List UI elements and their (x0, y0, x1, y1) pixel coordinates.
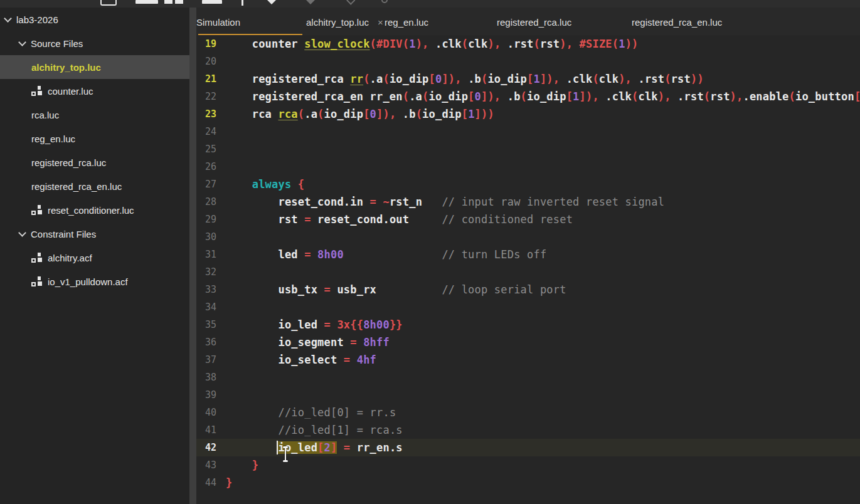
code-line-28[interactable]: 28 reset_cond.in = ~rst_n // input raw i… (196, 193, 860, 211)
code-line-36[interactable]: 36 io_segment = 8hff (196, 333, 860, 351)
code-line-25[interactable]: 25 (196, 140, 860, 158)
chevron-down-icon[interactable] (18, 229, 26, 237)
code-line-43[interactable]: 43 } (196, 456, 860, 474)
component-blocks-icon (31, 205, 42, 216)
code-text: io_led = 3x{{8h00}} (226, 318, 403, 331)
code-text: usb_tx = usb_rx // loop serial port (226, 283, 566, 296)
code-line-23[interactable]: 23 rca rca(.a(io_dip[0]), .b(io_dip[1])) (196, 105, 860, 123)
tree-item-registered-rca-en-luc[interactable]: registered_rca_en.luc (0, 174, 189, 198)
token: .rst (638, 73, 664, 85)
chevron-down-icon[interactable] (4, 14, 12, 23)
token: ) (416, 38, 422, 50)
tab-registered-rca-luc[interactable]: registered_rca.luc (497, 8, 571, 36)
code-line-27[interactable]: 27 always { (196, 176, 860, 193)
code-line-40[interactable]: 40 //io_led[0] = rr.s (196, 404, 860, 421)
tree-item-counter-luc[interactable]: counter.luc (0, 79, 189, 103)
toolbar-chevron-icon[interactable] (346, 0, 355, 5)
code-text: counter slow_clock(#DIV(1), .clk(clk), .… (226, 38, 639, 50)
token: io_dip (390, 73, 429, 85)
code-line-41[interactable]: 41 //io_led[1] = rca.s (196, 421, 860, 439)
code-line-29[interactable]: 29 rst = reset_cond.out // conditioned r… (196, 211, 860, 228)
line-number: 29 (196, 214, 226, 225)
tab-simulation[interactable]: Simulation (196, 8, 240, 36)
token: .clk (435, 38, 462, 50)
code-line-20[interactable]: 20 (196, 53, 860, 70)
code-line-24[interactable]: 24 (196, 123, 860, 140)
tab-reg-en-luc[interactable]: reg_en.luc (385, 8, 428, 36)
token: = (304, 213, 317, 226)
token (226, 406, 278, 419)
token: ] (481, 90, 487, 103)
code-line-21[interactable]: 21 registered_rca rr(.a(io_dip[0]), .b(i… (196, 70, 860, 88)
tree-item-reg-en-luc[interactable]: reg_en.luc (0, 127, 189, 150)
toolbar-bar2-icon[interactable] (202, 0, 222, 4)
code-line-44[interactable]: 44} (196, 474, 860, 491)
code-line-32[interactable]: 32 (196, 263, 860, 281)
token: clk (599, 73, 618, 85)
token: ( (317, 108, 324, 120)
token: rca (226, 108, 278, 120)
token: = (344, 354, 357, 366)
line-number: 36 (196, 337, 226, 348)
token: = (350, 336, 363, 349)
token: ( (370, 38, 376, 50)
tree-item-source-files[interactable]: Source Files (0, 31, 189, 55)
token: {{ (350, 318, 363, 331)
toolbar-dropdown-disabled-icon[interactable] (306, 0, 315, 4)
code-line-26[interactable]: 26 (196, 158, 860, 176)
token: //io_led[0] = rr.s (278, 406, 396, 419)
token (226, 424, 278, 436)
token (344, 248, 442, 261)
tree-item-io-v1-pulldown-acf[interactable]: io_v1_pulldown.acf (0, 270, 189, 293)
tree-item-constraint-files[interactable]: Constraint Files (0, 222, 189, 246)
toolbar-hammer-icon[interactable] (242, 0, 243, 6)
code-text: rst = reset_cond.out // conditioned rese… (226, 213, 573, 226)
code-text: io_select = 4hf (226, 354, 376, 366)
token: .a (370, 73, 383, 85)
toolbar-double-bar-icon[interactable] (164, 0, 183, 4)
token: ( (592, 73, 598, 85)
tree-item-rca-luc[interactable]: rca.luc (0, 103, 189, 127)
toolbar-circle-icon[interactable] (381, 0, 388, 3)
toolbar-dropdown-icon[interactable] (267, 0, 276, 4)
code-line-35[interactable]: 35 io_led = 3x{{8h00}} (196, 316, 860, 333)
token (226, 178, 252, 191)
code-line-19[interactable]: 19 counter slow_clock(#DIV(1), .clk(clk)… (196, 35, 860, 53)
code-line-33[interactable]: 33 usb_tx = usb_rx // loop serial port (196, 281, 860, 298)
tree-item-reset-conditioner-luc[interactable]: reset_conditioner.luc (0, 198, 189, 222)
token: //io_led[1] = rca.s (278, 424, 402, 436)
sidebar-editor-divider[interactable] (189, 8, 196, 504)
token: .b (403, 108, 416, 120)
line-number: 44 (196, 477, 226, 488)
token: } (252, 459, 258, 471)
token: ( (462, 38, 468, 50)
token: [ (566, 90, 573, 103)
token: ( (383, 73, 389, 85)
tree-item-lab3-2026[interactable]: lab3-2026 (0, 8, 189, 31)
token: , (422, 38, 435, 50)
code-line-34[interactable]: 34 (196, 298, 860, 316)
code-line-42[interactable]: 42 io_led[2] = rr_en.s (196, 439, 860, 456)
line-number: 20 (196, 56, 226, 67)
code-line-30[interactable]: 30 (196, 228, 860, 246)
toolbar-bar-icon[interactable] (135, 0, 158, 4)
code-line-39[interactable]: 39 (196, 386, 860, 404)
token: [ (854, 90, 860, 103)
tab-registered-rca-en-luc[interactable]: registered_rca_en.luc (632, 8, 722, 36)
code-line-31[interactable]: 31 led = 8h00 // turn LEDs off (196, 246, 860, 263)
code-line-38[interactable]: 38 (196, 369, 860, 386)
tree-item-alchitry-acf[interactable]: alchitry.acf (0, 246, 189, 270)
code-line-22[interactable]: 22 registered_rca_en rr_en(.a(io_dip[0])… (196, 88, 860, 105)
line-number: 27 (196, 179, 226, 190)
tree-item-alchitry-top-luc[interactable]: alchitry_top.luc (0, 55, 189, 79)
token: rst (540, 38, 560, 50)
toolbar-window-icon[interactable] (100, 0, 117, 6)
chevron-down-icon[interactable] (18, 38, 26, 46)
token: ] (580, 90, 586, 103)
tree-item-registered-rca-luc[interactable]: registered_rca.luc (0, 150, 189, 174)
code-line-37[interactable]: 37 io_select = 4hf (196, 351, 860, 369)
tab-alchitry-top-luc[interactable]: alchitry_top.luc× (306, 8, 383, 36)
token (291, 178, 297, 191)
close-icon[interactable]: × (378, 18, 383, 27)
code-editor: 19 counter slow_clock(#DIV(1), .clk(clk)… (196, 35, 860, 504)
